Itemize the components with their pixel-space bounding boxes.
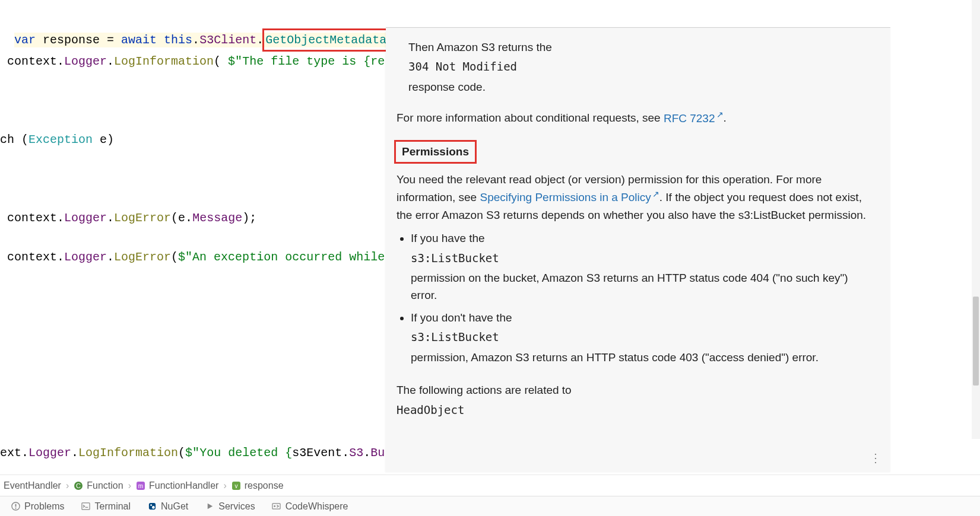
codewhisperer-icon [272, 502, 281, 511]
variable-icon: v [231, 481, 241, 490]
identifier: context [0, 211, 57, 225]
punct: ( [171, 211, 178, 225]
member: Bu [370, 446, 385, 460]
identifier: context [0, 250, 57, 264]
more-icon[interactable]: ⋮ [870, 449, 882, 467]
breadcrumb-label: FunctionHandler [149, 480, 218, 491]
tab-label: Terminal [95, 501, 131, 512]
keyword-var: var [14, 33, 36, 47]
string: $" [178, 250, 192, 264]
string: $" [185, 446, 199, 460]
svg-point-16 [274, 505, 275, 507]
editor-scrollbar[interactable] [972, 0, 980, 439]
documentation-popup[interactable]: Then Amazon S3 returns the 304 Not Modif… [386, 27, 890, 472]
member: Logger [64, 211, 107, 225]
tab-label: CodeWhispere [286, 501, 348, 512]
breadcrumb-item-eventhandler[interactable]: EventHandler [4, 480, 61, 491]
punct: . [57, 55, 64, 68]
doc-text: 304 Not Modified [408, 58, 876, 75]
tab-label: Services [218, 501, 255, 512]
doc-text: HeadObject [397, 402, 876, 419]
punct: . [71, 446, 78, 460]
doc-text: For more information about conditional r… [397, 112, 664, 125]
svg-marker-14 [208, 504, 213, 509]
string: You deleted { [199, 446, 292, 460]
svg-text:m: m [138, 483, 143, 489]
member: Message [192, 211, 242, 225]
tab-problems[interactable]: Problems [11, 501, 65, 512]
breadcrumb[interactable]: EventHandler › C Function › m FunctionHa… [0, 474, 980, 496]
punct: . [107, 211, 114, 225]
breadcrumb-item-functionhandler[interactable]: m FunctionHandler [136, 480, 218, 491]
keyword-await: await [121, 33, 157, 47]
punct: . [21, 446, 28, 460]
keyword-this: this [157, 33, 192, 47]
class-icon: C [74, 481, 83, 490]
tab-nuget[interactable]: NuGet [147, 501, 188, 512]
breadcrumb-item-response[interactable]: v response [231, 480, 284, 491]
method: LogError [114, 250, 171, 264]
breadcrumb-label: EventHandler [4, 480, 61, 491]
punct: ( [171, 250, 178, 264]
svg-rect-9 [82, 503, 90, 509]
operator: = [107, 33, 121, 47]
punct: . [57, 250, 64, 264]
svg-rect-7 [15, 504, 16, 507]
scrollbar-thumb[interactable] [973, 297, 979, 386]
doc-text: permission on the bucket, Amazon S3 retu… [411, 269, 876, 304]
breadcrumb-separator: › [128, 480, 131, 491]
string: An exception occurred while [192, 250, 392, 264]
string: The file type is {res [242, 55, 392, 68]
doc-text: The following actions are related to [397, 381, 876, 399]
doc-text: s3:ListBucket [411, 329, 876, 346]
member: Logger [64, 55, 107, 68]
punct: . [185, 211, 192, 225]
doc-text: response code. [408, 78, 876, 95]
member: Logger [64, 250, 107, 264]
punct: . [57, 211, 64, 225]
svg-text:v: v [234, 483, 237, 489]
identifier: ext [0, 446, 21, 460]
doc-text: If you don't have the [411, 309, 876, 326]
doc-text: permission, Amazon S3 returns an HTTP st… [411, 349, 876, 366]
doc-text: You need the relevant read object (or ve… [397, 171, 876, 224]
tab-services[interactable]: Services [205, 501, 255, 512]
link-specifying-permissions[interactable]: Specifying Permissions in a Policy↗ [480, 191, 659, 203]
breadcrumb-separator: › [223, 480, 226, 491]
doc-list: If you have the s3:ListBucket permission… [411, 230, 876, 366]
punct: ); [242, 211, 256, 225]
doc-text: s3:ListBucket [411, 250, 876, 267]
tab-terminal[interactable]: Terminal [81, 501, 131, 512]
warning-icon [11, 502, 20, 511]
identifier: e) [93, 133, 114, 146]
external-link-icon: ↗ [716, 110, 724, 119]
method: LogError [114, 211, 171, 225]
tab-codewhisperer[interactable]: CodeWhispere [272, 501, 348, 512]
external-link-icon: ↗ [652, 189, 659, 199]
identifier: response [36, 33, 107, 47]
punct: ( [214, 55, 228, 68]
svg-text:C: C [76, 482, 81, 489]
punct: . [192, 33, 199, 47]
svg-point-12 [150, 504, 152, 506]
services-icon [205, 502, 214, 511]
list-item: If you don't have the s3:ListBucket perm… [411, 309, 876, 366]
breadcrumb-label: response [245, 480, 284, 491]
tab-label: Problems [24, 501, 65, 512]
identifier: ch ( [0, 133, 28, 146]
svg-rect-8 [15, 508, 16, 509]
member-s3client: S3Client [199, 33, 256, 47]
nuget-icon [147, 502, 157, 511]
breadcrumb-separator: › [66, 480, 69, 491]
svg-point-13 [152, 506, 155, 509]
tab-label: NuGet [161, 501, 188, 512]
breadcrumb-item-function[interactable]: C Function [74, 480, 123, 491]
method-icon: m [136, 481, 145, 490]
doc-text: . [724, 112, 727, 125]
punct: . [363, 446, 370, 460]
punct: . [342, 446, 349, 460]
identifier: e [178, 211, 185, 225]
list-item: If you have the s3:ListBucket permission… [411, 230, 876, 304]
link-rfc7232[interactable]: RFC 7232↗ [664, 112, 724, 125]
member: S3 [349, 446, 363, 460]
